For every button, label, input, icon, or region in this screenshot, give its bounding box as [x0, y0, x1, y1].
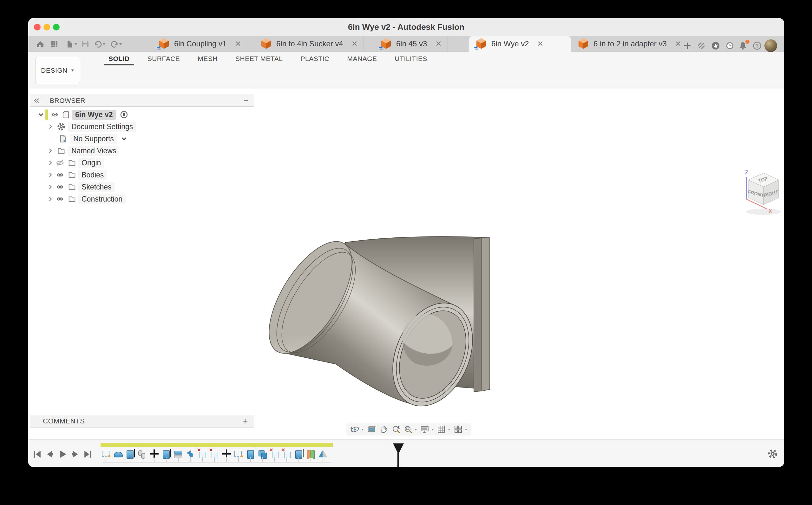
chevron-right-icon[interactable]	[47, 159, 54, 167]
plus-icon	[684, 42, 691, 49]
chevron-right-icon[interactable]	[47, 171, 54, 179]
comments-panel-header[interactable]: COMMENTS +	[30, 415, 254, 428]
orbit-button[interactable]	[350, 425, 364, 434]
title-bar: 6in Wye v2 - Autodesk Fusion	[28, 18, 784, 36]
file-icon	[67, 41, 72, 48]
timeline-step-forward-button[interactable]	[69, 449, 81, 460]
pan-button[interactable]	[379, 425, 388, 434]
tab-solid[interactable]: SOLID	[99, 53, 139, 64]
look-at-button[interactable]	[367, 425, 376, 434]
tab-manage[interactable]: MANAGE	[338, 53, 386, 64]
close-tab-icon[interactable]: ✕	[537, 39, 544, 48]
chevron-right-icon[interactable]	[47, 195, 54, 203]
close-tab-icon[interactable]: ✕	[351, 39, 358, 48]
comments-title: COMMENTS	[43, 417, 85, 425]
chevron-right-icon[interactable]	[47, 183, 54, 191]
timeline-go-to-end-button[interactable]	[82, 449, 93, 460]
tab-plastic[interactable]: PLASTIC	[291, 53, 338, 64]
visibility-eye-icon[interactable]	[55, 182, 64, 191]
timeline-settings-button[interactable]	[767, 449, 778, 459]
browser-item-label[interactable]: Named Views	[68, 146, 119, 156]
look-at-icon	[368, 426, 375, 432]
close-tab-icon[interactable]: ✕	[675, 39, 681, 48]
add-comment-icon[interactable]: +	[242, 416, 248, 427]
redo-button[interactable]	[108, 39, 125, 49]
recent-documents-button[interactable]	[723, 39, 737, 52]
viewport-canvas[interactable]: TOP FRONT RIGHT Z X BROWSER − 6in Wye v2…	[28, 89, 784, 467]
document-tab[interactable]: 6in 45 v3 ✕	[374, 36, 448, 52]
timeline-go-to-start-button[interactable]	[31, 449, 43, 460]
wye-pipe-model[interactable]	[253, 220, 507, 423]
document-tab[interactable]: 6in to 4in Sucker v4 ✕	[254, 36, 364, 52]
close-tab-icon[interactable]: ✕	[435, 39, 442, 48]
visibility-eye-icon[interactable]	[55, 170, 64, 179]
document-tab-active[interactable]: 6in Wye v2 ✕	[469, 36, 571, 52]
chevron-right-icon[interactable]	[47, 147, 54, 155]
timeline-play-button[interactable]	[57, 449, 68, 460]
document-tab[interactable]: 6in Coupling v1 ✕	[152, 36, 247, 52]
orbit-icon	[351, 426, 359, 433]
home-button[interactable]	[35, 39, 46, 49]
save-icon	[82, 41, 88, 47]
minimize-browser-icon[interactable]: −	[244, 96, 249, 106]
chevron-down-icon[interactable]	[37, 111, 45, 118]
browser-item-label[interactable]: No Supports	[70, 134, 117, 144]
browser-item-label[interactable]: Sketches	[78, 182, 115, 192]
browser-item-label[interactable]: Document Settings	[68, 122, 136, 132]
chevron-down-icon[interactable]	[120, 135, 128, 143]
visibility-eye-icon[interactable]	[50, 110, 59, 119]
timeline-tick	[178, 457, 179, 462]
browser-row-units[interactable]: No Supports	[56, 133, 128, 144]
document-tab-label: 6in Wye v2	[491, 39, 529, 48]
browser-item-label[interactable]: Origin	[78, 158, 104, 168]
extensions-button[interactable]	[695, 39, 708, 52]
document-tab-label: 6in to 4in Sucker v4	[276, 39, 343, 48]
collapse-panel-icon[interactable]	[33, 97, 40, 105]
zoom-button[interactable]	[391, 425, 401, 434]
timeline-step-back-button[interactable]	[44, 449, 55, 460]
save-button[interactable]	[80, 39, 91, 49]
tab-surface[interactable]: SURFACE	[139, 53, 189, 64]
window-zoom-button[interactable]	[403, 425, 418, 434]
browser-panel-header: BROWSER −	[30, 95, 254, 107]
display-settings-button[interactable]	[420, 425, 434, 434]
workspace-selector[interactable]: DESIGN	[35, 57, 80, 84]
data-panel-button[interactable]	[49, 39, 60, 49]
browser-row-bodies[interactable]: Bodies	[47, 169, 107, 181]
notifications-button[interactable]	[736, 39, 750, 52]
browser-row-origin[interactable]: Origin	[47, 157, 104, 169]
browser-item-label[interactable]: Bodies	[78, 170, 107, 180]
job-status-button[interactable]	[709, 39, 722, 52]
orbit-caret-icon	[361, 429, 364, 431]
visibility-eye-icon[interactable]	[55, 195, 64, 203]
undo-button[interactable]	[92, 39, 108, 49]
viewports-button[interactable]	[454, 425, 468, 434]
help-button[interactable]	[751, 39, 764, 52]
timeline-bar	[28, 439, 784, 467]
timeline-tick	[214, 457, 215, 462]
tab-mesh[interactable]: MESH	[189, 53, 227, 64]
ribbon-tabs: SOLID SURFACE MESH SHEET METAL PLASTIC M…	[99, 53, 436, 64]
browser-root-row[interactable]: 6in Wye v2	[37, 109, 128, 120]
timeline-tick	[166, 457, 167, 462]
chevron-right-icon[interactable]	[47, 123, 54, 131]
new-tab-button[interactable]	[681, 39, 694, 52]
document-tab[interactable]: 6 in to 2 in adapter v3 ✕	[571, 36, 687, 52]
timeline-position-bar[interactable]	[100, 443, 333, 447]
browser-row-document-settings[interactable]: Document Settings	[47, 121, 136, 132]
activate-component-radio[interactable]	[119, 110, 128, 119]
root-component-label[interactable]: 6in Wye v2	[72, 110, 116, 120]
account-avatar[interactable]	[764, 39, 777, 52]
close-tab-icon[interactable]: ✕	[235, 39, 241, 48]
browser-row-sketches[interactable]: Sketches	[47, 181, 115, 193]
browser-item-label[interactable]: Construction	[78, 194, 125, 204]
tab-sheet-metal[interactable]: SHEET METAL	[227, 53, 291, 64]
view-cube[interactable]: TOP FRONT RIGHT Z X	[738, 167, 784, 221]
browser-row-construction[interactable]: Construction	[47, 193, 125, 205]
grid-settings-button[interactable]	[437, 425, 451, 434]
timeline-marker-line[interactable]	[397, 452, 399, 467]
browser-row-named-views[interactable]: Named Views	[47, 145, 119, 157]
visibility-off-eye-icon[interactable]	[55, 158, 64, 167]
tab-utilities[interactable]: UTILITIES	[386, 53, 437, 64]
file-menu-button[interactable]	[63, 39, 80, 49]
